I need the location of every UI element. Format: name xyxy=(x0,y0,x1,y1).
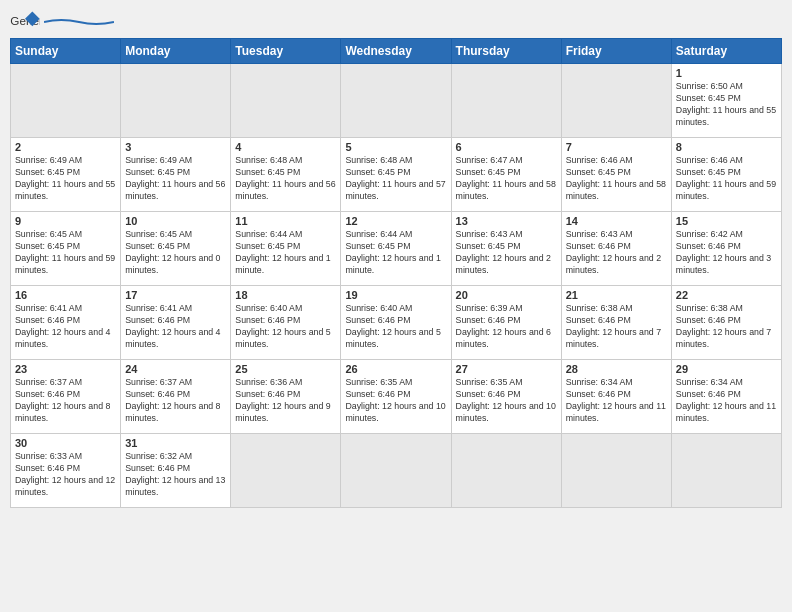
day-info: Sunrise: 6:43 AMSunset: 6:45 PMDaylight:… xyxy=(456,229,557,277)
calendar-cell: 6Sunrise: 6:47 AMSunset: 6:45 PMDaylight… xyxy=(451,138,561,212)
day-number: 3 xyxy=(125,141,226,153)
calendar-cell: 3Sunrise: 6:49 AMSunset: 6:45 PMDaylight… xyxy=(121,138,231,212)
calendar-cell: 13Sunrise: 6:43 AMSunset: 6:45 PMDayligh… xyxy=(451,212,561,286)
calendar-cell xyxy=(561,434,671,508)
calendar-cell xyxy=(671,434,781,508)
calendar-cell xyxy=(341,64,451,138)
day-info: Sunrise: 6:45 AMSunset: 6:45 PMDaylight:… xyxy=(125,229,226,277)
calendar-cell: 19Sunrise: 6:40 AMSunset: 6:46 PMDayligh… xyxy=(341,286,451,360)
calendar-cell xyxy=(11,64,121,138)
calendar-cell: 18Sunrise: 6:40 AMSunset: 6:46 PMDayligh… xyxy=(231,286,341,360)
day-info: Sunrise: 6:46 AMSunset: 6:45 PMDaylight:… xyxy=(676,155,777,203)
day-info: Sunrise: 6:43 AMSunset: 6:46 PMDaylight:… xyxy=(566,229,667,277)
day-number: 1 xyxy=(676,67,777,79)
day-info: Sunrise: 6:40 AMSunset: 6:46 PMDaylight:… xyxy=(345,303,446,351)
calendar-cell xyxy=(341,434,451,508)
day-number: 10 xyxy=(125,215,226,227)
calendar-cell: 30Sunrise: 6:33 AMSunset: 6:46 PMDayligh… xyxy=(11,434,121,508)
calendar-cell: 4Sunrise: 6:48 AMSunset: 6:45 PMDaylight… xyxy=(231,138,341,212)
calendar-cell: 29Sunrise: 6:34 AMSunset: 6:46 PMDayligh… xyxy=(671,360,781,434)
day-number: 25 xyxy=(235,363,336,375)
day-info: Sunrise: 6:49 AMSunset: 6:45 PMDaylight:… xyxy=(15,155,116,203)
day-info: Sunrise: 6:40 AMSunset: 6:46 PMDaylight:… xyxy=(235,303,336,351)
page: General SundayMondayTuesdayWednesdayThur… xyxy=(0,0,792,612)
weekday-header-wednesday: Wednesday xyxy=(341,39,451,64)
day-number: 23 xyxy=(15,363,116,375)
calendar-body: 1Sunrise: 6:50 AMSunset: 6:45 PMDaylight… xyxy=(11,64,782,508)
day-number: 31 xyxy=(125,437,226,449)
day-number: 11 xyxy=(235,215,336,227)
weekday-header-saturday: Saturday xyxy=(671,39,781,64)
day-number: 4 xyxy=(235,141,336,153)
day-number: 9 xyxy=(15,215,116,227)
day-number: 7 xyxy=(566,141,667,153)
day-info: Sunrise: 6:35 AMSunset: 6:46 PMDaylight:… xyxy=(345,377,446,425)
day-info: Sunrise: 6:42 AMSunset: 6:46 PMDaylight:… xyxy=(676,229,777,277)
week-row-4: 23Sunrise: 6:37 AMSunset: 6:46 PMDayligh… xyxy=(11,360,782,434)
day-info: Sunrise: 6:37 AMSunset: 6:46 PMDaylight:… xyxy=(15,377,116,425)
logo-icon: General xyxy=(10,10,40,32)
calendar-cell: 28Sunrise: 6:34 AMSunset: 6:46 PMDayligh… xyxy=(561,360,671,434)
calendar-cell: 11Sunrise: 6:44 AMSunset: 6:45 PMDayligh… xyxy=(231,212,341,286)
calendar-cell xyxy=(561,64,671,138)
day-info: Sunrise: 6:50 AMSunset: 6:45 PMDaylight:… xyxy=(676,81,777,129)
week-row-2: 9Sunrise: 6:45 AMSunset: 6:45 PMDaylight… xyxy=(11,212,782,286)
day-number: 2 xyxy=(15,141,116,153)
calendar-cell: 25Sunrise: 6:36 AMSunset: 6:46 PMDayligh… xyxy=(231,360,341,434)
day-info: Sunrise: 6:32 AMSunset: 6:46 PMDaylight:… xyxy=(125,451,226,499)
calendar-cell: 20Sunrise: 6:39 AMSunset: 6:46 PMDayligh… xyxy=(451,286,561,360)
day-info: Sunrise: 6:48 AMSunset: 6:45 PMDaylight:… xyxy=(345,155,446,203)
calendar-cell: 16Sunrise: 6:41 AMSunset: 6:46 PMDayligh… xyxy=(11,286,121,360)
calendar-cell xyxy=(451,64,561,138)
day-info: Sunrise: 6:44 AMSunset: 6:45 PMDaylight:… xyxy=(235,229,336,277)
day-info: Sunrise: 6:33 AMSunset: 6:46 PMDaylight:… xyxy=(15,451,116,499)
day-number: 13 xyxy=(456,215,557,227)
day-number: 16 xyxy=(15,289,116,301)
day-number: 29 xyxy=(676,363,777,375)
calendar-cell: 23Sunrise: 6:37 AMSunset: 6:46 PMDayligh… xyxy=(11,360,121,434)
day-number: 20 xyxy=(456,289,557,301)
calendar-cell: 14Sunrise: 6:43 AMSunset: 6:46 PMDayligh… xyxy=(561,212,671,286)
calendar-cell: 15Sunrise: 6:42 AMSunset: 6:46 PMDayligh… xyxy=(671,212,781,286)
day-number: 6 xyxy=(456,141,557,153)
day-info: Sunrise: 6:47 AMSunset: 6:45 PMDaylight:… xyxy=(456,155,557,203)
day-info: Sunrise: 6:44 AMSunset: 6:45 PMDaylight:… xyxy=(345,229,446,277)
day-number: 19 xyxy=(345,289,446,301)
calendar-cell: 2Sunrise: 6:49 AMSunset: 6:45 PMDaylight… xyxy=(11,138,121,212)
week-row-3: 16Sunrise: 6:41 AMSunset: 6:46 PMDayligh… xyxy=(11,286,782,360)
week-row-1: 2Sunrise: 6:49 AMSunset: 6:45 PMDaylight… xyxy=(11,138,782,212)
calendar-cell: 5Sunrise: 6:48 AMSunset: 6:45 PMDaylight… xyxy=(341,138,451,212)
day-info: Sunrise: 6:46 AMSunset: 6:45 PMDaylight:… xyxy=(566,155,667,203)
day-info: Sunrise: 6:37 AMSunset: 6:46 PMDaylight:… xyxy=(125,377,226,425)
calendar-cell: 10Sunrise: 6:45 AMSunset: 6:45 PMDayligh… xyxy=(121,212,231,286)
day-info: Sunrise: 6:35 AMSunset: 6:46 PMDaylight:… xyxy=(456,377,557,425)
day-info: Sunrise: 6:39 AMSunset: 6:46 PMDaylight:… xyxy=(456,303,557,351)
calendar-cell: 1Sunrise: 6:50 AMSunset: 6:45 PMDaylight… xyxy=(671,64,781,138)
day-number: 27 xyxy=(456,363,557,375)
day-info: Sunrise: 6:45 AMSunset: 6:45 PMDaylight:… xyxy=(15,229,116,277)
calendar-cell xyxy=(231,64,341,138)
day-number: 24 xyxy=(125,363,226,375)
calendar-cell xyxy=(121,64,231,138)
calendar-cell: 21Sunrise: 6:38 AMSunset: 6:46 PMDayligh… xyxy=(561,286,671,360)
calendar-cell: 7Sunrise: 6:46 AMSunset: 6:45 PMDaylight… xyxy=(561,138,671,212)
weekday-header-friday: Friday xyxy=(561,39,671,64)
day-info: Sunrise: 6:48 AMSunset: 6:45 PMDaylight:… xyxy=(235,155,336,203)
weekday-header-monday: Monday xyxy=(121,39,231,64)
day-info: Sunrise: 6:38 AMSunset: 6:46 PMDaylight:… xyxy=(566,303,667,351)
calendar-cell: 17Sunrise: 6:41 AMSunset: 6:46 PMDayligh… xyxy=(121,286,231,360)
day-info: Sunrise: 6:34 AMSunset: 6:46 PMDaylight:… xyxy=(676,377,777,425)
calendar-cell: 8Sunrise: 6:46 AMSunset: 6:45 PMDaylight… xyxy=(671,138,781,212)
week-row-5: 30Sunrise: 6:33 AMSunset: 6:46 PMDayligh… xyxy=(11,434,782,508)
weekday-header-tuesday: Tuesday xyxy=(231,39,341,64)
day-info: Sunrise: 6:34 AMSunset: 6:46 PMDaylight:… xyxy=(566,377,667,425)
calendar-cell: 24Sunrise: 6:37 AMSunset: 6:46 PMDayligh… xyxy=(121,360,231,434)
calendar-cell: 9Sunrise: 6:45 AMSunset: 6:45 PMDaylight… xyxy=(11,212,121,286)
logo: General xyxy=(10,10,114,32)
calendar-cell xyxy=(451,434,561,508)
day-number: 5 xyxy=(345,141,446,153)
calendar-header: SundayMondayTuesdayWednesdayThursdayFrid… xyxy=(11,39,782,64)
day-info: Sunrise: 6:41 AMSunset: 6:46 PMDaylight:… xyxy=(125,303,226,351)
calendar-cell: 27Sunrise: 6:35 AMSunset: 6:46 PMDayligh… xyxy=(451,360,561,434)
day-number: 30 xyxy=(15,437,116,449)
